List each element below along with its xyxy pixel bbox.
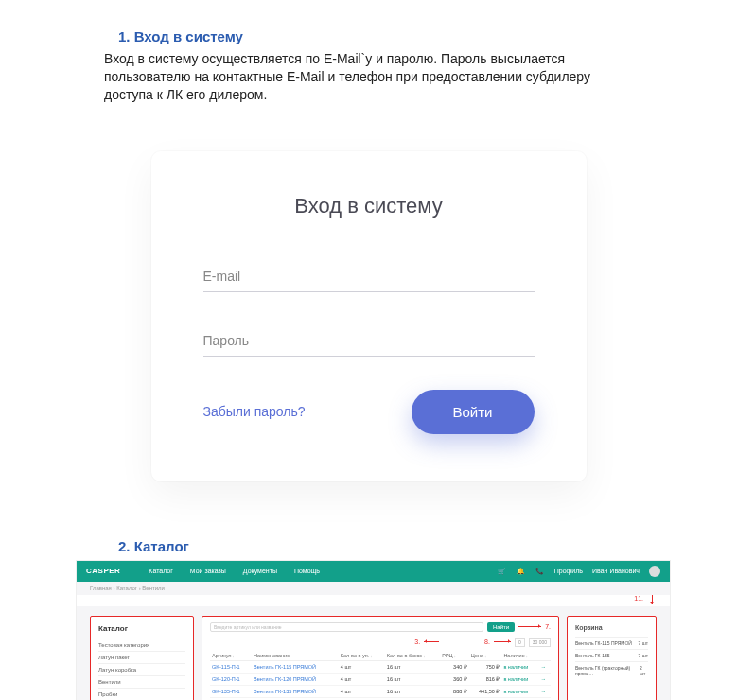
topbar: CASPER Каталог Мои заказы Документы Помо… [77,561,670,582]
col-price[interactable]: Цена↕ [469,651,502,661]
cell-name[interactable]: Вентиль ГК-115 ПРЯМОЙ [252,660,339,673]
top-nav: Каталог Мои заказы Документы Помощь [149,568,320,574]
cell-pack: 4 шт [339,660,385,673]
col-rrc[interactable]: РРЦ↕ [440,651,469,661]
cart-item-qty: 7 шт [639,640,648,646]
arrow-left-icon [424,641,439,642]
catalog-screenshot: CASPER Каталог Мои заказы Документы Помо… [76,560,671,700]
search-input[interactable]: Введите артикул или название [210,622,483,632]
cart-icon[interactable]: 🛒 [498,567,507,576]
sidebar-title: Каталог [98,624,185,633]
cell-rrc: 340 ₽ [440,660,469,673]
nav-catalog[interactable]: Каталог [149,568,172,574]
catalog-sidebar: Каталог Тестовая категория Латун пакет Л… [90,616,194,700]
sidebar-item-box[interactable]: Латун коробка [98,663,185,675]
breadcrumb: Главная › Каталог › Вентили [77,582,670,595]
pointer-11: 11. [634,595,643,606]
cell-name[interactable]: Вентиль ГК-135 ПРЯМОЙ [252,685,339,697]
cart-item[interactable]: Вентиль ГК-115 ПРЯМОЙ7 шт [575,637,648,649]
pointer-8: 8. [484,639,490,645]
cell-pack: 4 шт [339,673,385,685]
cell-price: 750 ₽ [469,660,502,673]
bell-icon[interactable]: 🔔 [517,567,526,576]
sidebar-item-valves[interactable]: Вентили [98,675,185,688]
col-pack[interactable]: Кол-во в уп.↕ [339,651,385,661]
cell-price: 816 ₽ [469,673,502,685]
cart-item[interactable]: Вентиль ГК (тракторный) прямо…2 шт [575,661,648,679]
logo: CASPER [86,567,120,575]
col-box[interactable]: Кол-во в боксе↕ [385,651,440,661]
catalog-main: Введите артикул или название Найти 7. 3.… [202,616,559,700]
user-role: Профиль [554,568,583,574]
user-name[interactable]: Иван Иванович [592,568,640,574]
sidebar-item-plugs[interactable]: Пробки [98,688,185,700]
cart-item-name: Вентиль ГК-115 ПРЯМОЙ [575,640,632,646]
phone-icon[interactable]: 📞 [535,567,545,576]
table-row[interactable]: GK-115-П-1Вентиль ГК-115 ПРЯМОЙ4 шт16 шт… [210,660,551,673]
search-button[interactable]: Найти [487,622,515,632]
cart-title: Корзина [575,624,648,631]
sidebar-item-test[interactable]: Тестовая категория [98,639,185,651]
section1-heading: 1. Вход в систему [118,28,709,44]
pointer-3: 3. [414,639,420,645]
pointer-7: 7. [545,623,551,630]
price-from[interactable]: 0 [515,638,525,647]
cell-rrc: 360 ₽ [440,673,469,685]
table-row[interactable]: GK-120-П-1Вентиль ГК-120 ПРЯМОЙ4 шт16 шт… [210,673,551,685]
cell-pack: 4 шт [339,685,385,697]
login-title: Вход в систему [203,194,535,219]
email-field[interactable] [203,261,535,292]
cart-item-name: Вентиль ГК (тракторный) прямо… [575,665,640,676]
cell-box: 16 шт [385,685,440,697]
arrow-right-icon [494,641,511,642]
table-row[interactable]: GK-135-П-1Вентиль ГК-135 ПРЯМОЙ4 шт16 шт… [210,685,551,697]
cell-article[interactable]: GK-120-П-1 [210,673,252,685]
cart-item[interactable]: Вентиль ГК-1357 шт [575,649,648,661]
nav-documents[interactable]: Документы [243,568,277,574]
cell-stock: в наличии [501,660,538,673]
sidebar-item-packet[interactable]: Латун пакет [98,651,185,663]
password-field[interactable] [203,325,535,357]
cell-action[interactable]: → [539,673,551,685]
arrow-down-icon [652,595,653,604]
cell-article[interactable]: GK-135-П-1 [210,685,252,697]
login-button[interactable]: Войти [412,390,535,434]
cart-item-qty: 7 шт [639,653,648,658]
login-card: Вход в систему Забыли пароль? Войти [151,151,587,481]
cell-price: 441,50 ₽ [469,685,502,697]
nav-help[interactable]: Помощь [294,568,320,574]
avatar[interactable] [649,566,660,577]
cell-action[interactable]: → [539,660,551,673]
cell-rrc: 888 ₽ [440,685,469,697]
forgot-password-link[interactable]: Забыли пароль? [203,404,306,419]
cell-action[interactable]: → [539,685,551,697]
section1-body: Вход в систему осуществляется по E-Mail`… [104,50,642,104]
cart-item-qty: 2 шт [640,665,648,676]
cell-name[interactable]: Вентиль ГК-120 ПРЯМОЙ [252,673,339,685]
cell-stock: в наличии [501,685,538,697]
price-to[interactable]: 30 000 [529,638,551,647]
catalog-table: Артикул↕ Наименование Кол-во в уп.↕ Кол-… [210,651,551,700]
cart-panel: Корзина Вентиль ГК-115 ПРЯМОЙ7 штВентиль… [567,616,657,700]
cell-stock: в наличии [501,673,538,685]
col-article[interactable]: Артикул↕ [210,651,252,661]
cell-box: 16 шт [385,673,440,685]
section2-heading: 2. Каталог [118,538,709,554]
cell-box: 16 шт [385,660,440,673]
cell-article[interactable]: GK-115-П-1 [210,660,252,673]
cart-item-name: Вентиль ГК-135 [575,653,610,658]
col-stock[interactable]: Наличие↕ [501,651,538,661]
col-name[interactable]: Наименование [252,651,339,661]
nav-orders[interactable]: Мои заказы [190,568,226,574]
arrow-right-icon [518,626,541,627]
